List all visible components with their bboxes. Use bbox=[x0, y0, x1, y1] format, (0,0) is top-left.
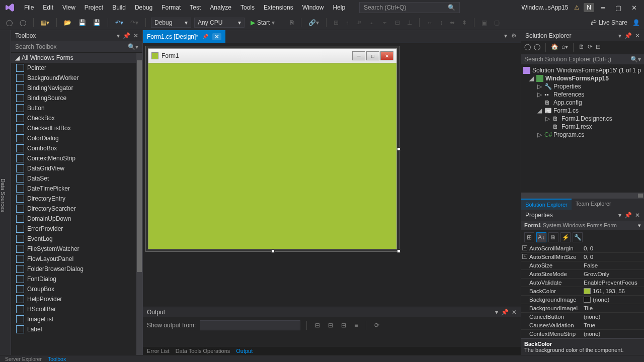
toolbox-item[interactable]: ErrorProvider bbox=[11, 224, 142, 234]
property-row[interactable]: AutoSizeModeGrowOnly bbox=[521, 270, 644, 279]
output-clear-icon[interactable]: ≡ bbox=[352, 321, 360, 330]
toolbox-item[interactable]: HScrollBar bbox=[11, 304, 142, 314]
toolbox-search[interactable]: Search Toolbox 🔍▾ bbox=[11, 41, 142, 53]
close-button[interactable]: ✕ bbox=[631, 4, 637, 12]
size-height-icon[interactable]: ⬍ bbox=[460, 18, 469, 27]
tree-node[interactable]: 🗎App.config bbox=[522, 99, 643, 107]
sol-refresh-button[interactable]: ⟳ bbox=[588, 43, 593, 52]
resize-handle-e[interactable] bbox=[397, 147, 400, 151]
property-row[interactable]: BackgroundImageLTile bbox=[521, 304, 644, 313]
order-back-icon[interactable]: ▢ bbox=[492, 18, 502, 27]
tool-window-tab[interactable]: Server Explorer bbox=[5, 356, 42, 362]
maximize-button[interactable]: ▢ bbox=[615, 4, 621, 12]
toolbox-item[interactable]: GroupBox bbox=[11, 284, 142, 294]
output-wrap-icon[interactable]: ⟳ bbox=[372, 321, 381, 330]
panel-pin-button[interactable]: 📌 bbox=[123, 32, 130, 39]
output-prev-icon[interactable]: ⊟ bbox=[326, 321, 335, 330]
property-value[interactable]: EnablePreventFocus bbox=[581, 279, 644, 287]
align-grid-icon[interactable]: ⊞ bbox=[332, 18, 341, 27]
sol-collapse-button[interactable]: ⊟ bbox=[596, 43, 601, 52]
properties-button[interactable]: 🗎 bbox=[548, 232, 558, 242]
new-project-button[interactable]: ▦▾ bbox=[39, 18, 51, 27]
tab-overflow-button[interactable]: ▾ bbox=[504, 32, 507, 41]
property-row[interactable]: BackgroundImage(none) bbox=[521, 296, 644, 304]
toolbox-item[interactable]: BindingSource bbox=[11, 93, 142, 103]
bottom-tab[interactable]: Output bbox=[236, 348, 253, 354]
property-value[interactable]: 0, 0 bbox=[581, 244, 644, 252]
solution-explorer-tab[interactable]: Solution Explorer bbox=[521, 199, 572, 210]
toolbox-item[interactable]: FontDialog bbox=[11, 274, 142, 284]
property-row[interactable]: +AutoScrollMargin0, 0 bbox=[521, 244, 644, 253]
tree-node[interactable]: 🗎Form1.resx bbox=[522, 123, 643, 131]
toolbox-item[interactable]: Button bbox=[11, 103, 142, 113]
sol-scope-button[interactable]: ⌂▾ bbox=[561, 43, 568, 52]
property-value[interactable]: False bbox=[581, 261, 644, 269]
menu-extensions[interactable]: Extensions bbox=[260, 2, 297, 13]
toolbox-item[interactable]: ComboBox bbox=[11, 143, 142, 153]
events-button[interactable]: ⚡ bbox=[560, 232, 571, 242]
resize-handle-s[interactable] bbox=[271, 249, 275, 253]
tree-node[interactable]: ◢📰Form1.cs bbox=[522, 107, 643, 115]
expand-icon[interactable]: ▷ bbox=[536, 83, 542, 90]
tree-node[interactable]: ▷C#Program.cs bbox=[522, 131, 643, 139]
output-find-icon[interactable]: ⊟ bbox=[313, 321, 322, 330]
expand-icon[interactable]: ▷ bbox=[544, 115, 550, 122]
tool-window-tab[interactable]: Toolbox bbox=[48, 356, 66, 362]
platform-combo[interactable]: Any CPU▾ bbox=[194, 18, 245, 28]
toolbox-item[interactable]: CheckBox bbox=[11, 113, 142, 123]
toolbox-item[interactable]: HelpProvider bbox=[11, 294, 142, 304]
panel-dropdown-button[interactable]: ▾ bbox=[495, 309, 498, 316]
menu-tools[interactable]: Tools bbox=[236, 2, 259, 13]
expand-icon[interactable]: ▷ bbox=[536, 131, 542, 138]
property-pages-button[interactable]: 🔧 bbox=[573, 232, 583, 242]
panel-close-button[interactable]: ✕ bbox=[635, 32, 640, 39]
order-front-icon[interactable]: ▣ bbox=[479, 18, 489, 27]
step-button[interactable]: ⎘ bbox=[288, 18, 296, 27]
menu-window[interactable]: Window bbox=[298, 2, 328, 13]
toolbox-item[interactable]: CheckedListBox bbox=[11, 123, 142, 133]
pin-icon[interactable]: 📌 bbox=[202, 34, 208, 39]
panel-pin-button[interactable]: 📌 bbox=[624, 212, 632, 219]
panel-pin-button[interactable]: 📌 bbox=[624, 32, 632, 39]
tab-options-button[interactable]: ⚙ bbox=[511, 32, 517, 41]
minimize-button[interactable]: ━ bbox=[601, 4, 605, 12]
menu-file[interactable]: File bbox=[20, 2, 38, 13]
categorized-button[interactable]: ⊞ bbox=[524, 232, 534, 242]
toolbox-item[interactable]: DataSet bbox=[11, 173, 142, 184]
align-right-icon[interactable]: ⫠ bbox=[367, 18, 377, 27]
expand-icon[interactable]: ▷ bbox=[536, 91, 542, 98]
bottom-tab[interactable]: Data Tools Operations bbox=[176, 348, 230, 354]
property-row[interactable]: AutoSizeFalse bbox=[521, 261, 644, 270]
tree-node[interactable]: ▷▪▪References bbox=[522, 90, 643, 99]
nav-fwd-button[interactable]: ◯ bbox=[18, 18, 28, 27]
expand-icon[interactable]: + bbox=[522, 254, 527, 259]
open-file-button[interactable]: 📂 bbox=[62, 18, 73, 27]
form-body[interactable] bbox=[148, 63, 396, 249]
align-left-icon[interactable]: ⫞ bbox=[344, 18, 351, 27]
property-row[interactable]: +AutoScrollMinSize0, 0 bbox=[521, 253, 644, 261]
panel-pin-button[interactable]: 📌 bbox=[501, 309, 509, 316]
sol-home-button[interactable]: 🏠 bbox=[551, 43, 558, 52]
collapse-icon[interactable]: ◢ bbox=[528, 75, 534, 82]
redo-button[interactable]: ↷▾ bbox=[128, 18, 140, 27]
solution-root[interactable]: Solution 'WindowsFormsApp15' (1 of 1 p bbox=[522, 66, 643, 74]
menu-project[interactable]: Project bbox=[80, 2, 107, 13]
property-row[interactable]: ContextMenuStrip(none) bbox=[521, 330, 644, 338]
panel-close-button[interactable]: ✕ bbox=[635, 212, 640, 219]
tab-close-button[interactable]: ✕ bbox=[212, 33, 221, 40]
expand-icon[interactable]: + bbox=[522, 245, 527, 250]
toolbox-item[interactable]: DirectoryEntry bbox=[11, 194, 142, 204]
toolbox-item[interactable]: DomainUpDown bbox=[11, 214, 142, 224]
toolbox-group[interactable]: ◢All Windows Forms bbox=[11, 53, 142, 63]
toolbox-item[interactable]: Pointer bbox=[11, 63, 142, 73]
toolbox-item[interactable]: DateTimePicker bbox=[11, 184, 142, 194]
liveshare-button[interactable]: ⮳Live Share bbox=[591, 19, 627, 26]
property-row[interactable]: BackColor161, 193, 56 bbox=[521, 287, 644, 296]
warning-icon[interactable]: ⚠ bbox=[574, 4, 580, 11]
sol-back-button[interactable]: ◯ bbox=[524, 43, 531, 52]
property-row[interactable]: AutoValidateEnablePreventFocus bbox=[521, 279, 644, 287]
project-node[interactable]: ◢WindowsFormsApp15 bbox=[522, 74, 643, 82]
team-explorer-tab[interactable]: Team Explorer bbox=[572, 199, 615, 210]
save-all-button[interactable]: 💾 bbox=[91, 18, 103, 27]
panel-close-button[interactable]: ✕ bbox=[133, 32, 138, 39]
